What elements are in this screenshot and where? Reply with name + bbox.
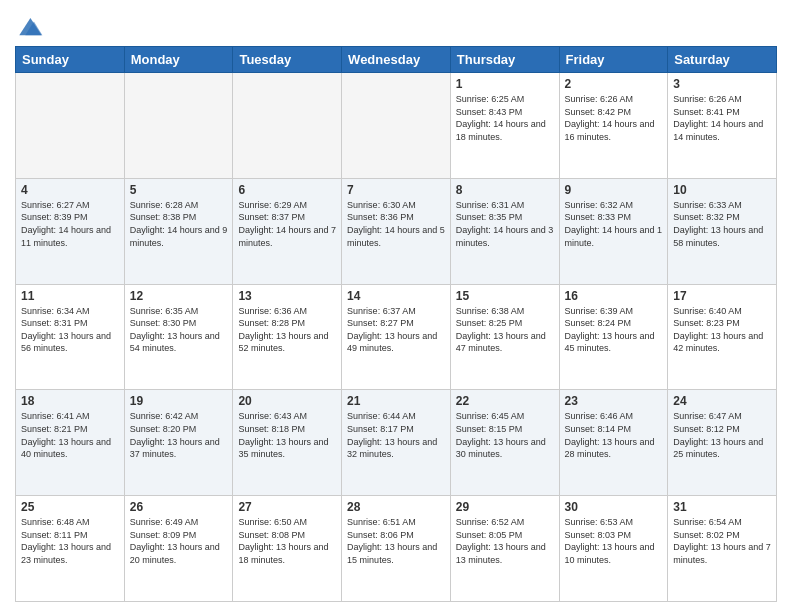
calendar-cell: 23Sunrise: 6:46 AM Sunset: 8:14 PM Dayli… [559,390,668,496]
day-number: 12 [130,289,228,303]
day-info: Sunrise: 6:53 AM Sunset: 8:03 PM Dayligh… [565,516,663,566]
calendar-cell: 15Sunrise: 6:38 AM Sunset: 8:25 PM Dayli… [450,284,559,390]
logo-icon [15,10,45,38]
calendar-cell: 20Sunrise: 6:43 AM Sunset: 8:18 PM Dayli… [233,390,342,496]
day-number: 20 [238,394,336,408]
calendar-cell [342,73,451,179]
day-number: 15 [456,289,554,303]
day-info: Sunrise: 6:43 AM Sunset: 8:18 PM Dayligh… [238,410,336,460]
day-number: 9 [565,183,663,197]
calendar-cell [233,73,342,179]
day-info: Sunrise: 6:31 AM Sunset: 8:35 PM Dayligh… [456,199,554,249]
calendar-cell: 21Sunrise: 6:44 AM Sunset: 8:17 PM Dayli… [342,390,451,496]
day-number: 10 [673,183,771,197]
calendar-cell [124,73,233,179]
day-header-saturday: Saturday [668,47,777,73]
day-header-sunday: Sunday [16,47,125,73]
day-info: Sunrise: 6:42 AM Sunset: 8:20 PM Dayligh… [130,410,228,460]
day-info: Sunrise: 6:28 AM Sunset: 8:38 PM Dayligh… [130,199,228,249]
calendar-cell: 10Sunrise: 6:33 AM Sunset: 8:32 PM Dayli… [668,178,777,284]
calendar-cell: 31Sunrise: 6:54 AM Sunset: 8:02 PM Dayli… [668,496,777,602]
day-header-tuesday: Tuesday [233,47,342,73]
day-info: Sunrise: 6:35 AM Sunset: 8:30 PM Dayligh… [130,305,228,355]
day-number: 30 [565,500,663,514]
calendar-week-4: 18Sunrise: 6:41 AM Sunset: 8:21 PM Dayli… [16,390,777,496]
day-info: Sunrise: 6:47 AM Sunset: 8:12 PM Dayligh… [673,410,771,460]
day-number: 24 [673,394,771,408]
logo [15,10,49,38]
day-info: Sunrise: 6:27 AM Sunset: 8:39 PM Dayligh… [21,199,119,249]
calendar-cell: 2Sunrise: 6:26 AM Sunset: 8:42 PM Daylig… [559,73,668,179]
day-info: Sunrise: 6:32 AM Sunset: 8:33 PM Dayligh… [565,199,663,249]
day-info: Sunrise: 6:38 AM Sunset: 8:25 PM Dayligh… [456,305,554,355]
day-header-monday: Monday [124,47,233,73]
calendar-cell: 25Sunrise: 6:48 AM Sunset: 8:11 PM Dayli… [16,496,125,602]
day-info: Sunrise: 6:36 AM Sunset: 8:28 PM Dayligh… [238,305,336,355]
calendar-cell: 6Sunrise: 6:29 AM Sunset: 8:37 PM Daylig… [233,178,342,284]
day-info: Sunrise: 6:46 AM Sunset: 8:14 PM Dayligh… [565,410,663,460]
day-number: 13 [238,289,336,303]
day-number: 18 [21,394,119,408]
day-number: 1 [456,77,554,91]
calendar-cell: 16Sunrise: 6:39 AM Sunset: 8:24 PM Dayli… [559,284,668,390]
calendar-cell: 24Sunrise: 6:47 AM Sunset: 8:12 PM Dayli… [668,390,777,496]
day-number: 5 [130,183,228,197]
calendar-cell: 12Sunrise: 6:35 AM Sunset: 8:30 PM Dayli… [124,284,233,390]
calendar-cell: 9Sunrise: 6:32 AM Sunset: 8:33 PM Daylig… [559,178,668,284]
day-number: 23 [565,394,663,408]
day-info: Sunrise: 6:50 AM Sunset: 8:08 PM Dayligh… [238,516,336,566]
day-header-wednesday: Wednesday [342,47,451,73]
day-info: Sunrise: 6:26 AM Sunset: 8:42 PM Dayligh… [565,93,663,143]
day-header-friday: Friday [559,47,668,73]
day-number: 28 [347,500,445,514]
calendar-cell: 17Sunrise: 6:40 AM Sunset: 8:23 PM Dayli… [668,284,777,390]
calendar-week-1: 1Sunrise: 6:25 AM Sunset: 8:43 PM Daylig… [16,73,777,179]
calendar-table: SundayMondayTuesdayWednesdayThursdayFrid… [15,46,777,602]
day-number: 8 [456,183,554,197]
day-number: 6 [238,183,336,197]
calendar-week-2: 4Sunrise: 6:27 AM Sunset: 8:39 PM Daylig… [16,178,777,284]
calendar-cell: 7Sunrise: 6:30 AM Sunset: 8:36 PM Daylig… [342,178,451,284]
day-info: Sunrise: 6:39 AM Sunset: 8:24 PM Dayligh… [565,305,663,355]
calendar-cell: 1Sunrise: 6:25 AM Sunset: 8:43 PM Daylig… [450,73,559,179]
day-header-thursday: Thursday [450,47,559,73]
day-number: 19 [130,394,228,408]
day-info: Sunrise: 6:52 AM Sunset: 8:05 PM Dayligh… [456,516,554,566]
day-number: 4 [21,183,119,197]
day-number: 31 [673,500,771,514]
day-info: Sunrise: 6:37 AM Sunset: 8:27 PM Dayligh… [347,305,445,355]
day-info: Sunrise: 6:40 AM Sunset: 8:23 PM Dayligh… [673,305,771,355]
calendar-cell: 11Sunrise: 6:34 AM Sunset: 8:31 PM Dayli… [16,284,125,390]
calendar-cell: 5Sunrise: 6:28 AM Sunset: 8:38 PM Daylig… [124,178,233,284]
calendar-week-3: 11Sunrise: 6:34 AM Sunset: 8:31 PM Dayli… [16,284,777,390]
header [15,10,777,38]
day-number: 7 [347,183,445,197]
day-number: 2 [565,77,663,91]
day-number: 17 [673,289,771,303]
calendar-cell: 30Sunrise: 6:53 AM Sunset: 8:03 PM Dayli… [559,496,668,602]
day-number: 27 [238,500,336,514]
day-number: 29 [456,500,554,514]
calendar-cell [16,73,125,179]
day-info: Sunrise: 6:41 AM Sunset: 8:21 PM Dayligh… [21,410,119,460]
day-info: Sunrise: 6:30 AM Sunset: 8:36 PM Dayligh… [347,199,445,249]
day-number: 11 [21,289,119,303]
day-info: Sunrise: 6:26 AM Sunset: 8:41 PM Dayligh… [673,93,771,143]
calendar-cell: 14Sunrise: 6:37 AM Sunset: 8:27 PM Dayli… [342,284,451,390]
calendar-cell: 29Sunrise: 6:52 AM Sunset: 8:05 PM Dayli… [450,496,559,602]
day-number: 22 [456,394,554,408]
calendar-cell: 22Sunrise: 6:45 AM Sunset: 8:15 PM Dayli… [450,390,559,496]
calendar-cell: 3Sunrise: 6:26 AM Sunset: 8:41 PM Daylig… [668,73,777,179]
calendar-cell: 28Sunrise: 6:51 AM Sunset: 8:06 PM Dayli… [342,496,451,602]
day-info: Sunrise: 6:51 AM Sunset: 8:06 PM Dayligh… [347,516,445,566]
day-info: Sunrise: 6:29 AM Sunset: 8:37 PM Dayligh… [238,199,336,249]
day-info: Sunrise: 6:25 AM Sunset: 8:43 PM Dayligh… [456,93,554,143]
day-info: Sunrise: 6:49 AM Sunset: 8:09 PM Dayligh… [130,516,228,566]
day-number: 3 [673,77,771,91]
day-number: 16 [565,289,663,303]
calendar-cell: 27Sunrise: 6:50 AM Sunset: 8:08 PM Dayli… [233,496,342,602]
day-info: Sunrise: 6:34 AM Sunset: 8:31 PM Dayligh… [21,305,119,355]
calendar-cell: 13Sunrise: 6:36 AM Sunset: 8:28 PM Dayli… [233,284,342,390]
calendar-cell: 18Sunrise: 6:41 AM Sunset: 8:21 PM Dayli… [16,390,125,496]
day-number: 21 [347,394,445,408]
